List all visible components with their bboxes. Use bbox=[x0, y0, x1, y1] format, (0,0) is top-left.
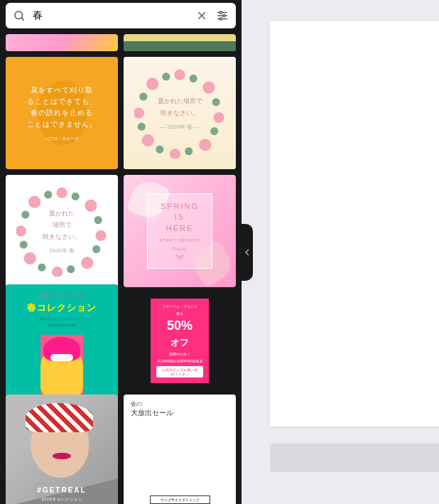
search-icon bbox=[11, 8, 27, 23]
svg-point-0 bbox=[15, 11, 23, 19]
template-site: reallygreatsite.com bbox=[47, 323, 77, 327]
template-code: FLORABELLESPRINGSALE bbox=[157, 359, 202, 363]
template-title: SPRING IS HERE bbox=[159, 201, 200, 234]
template-sidebar: 花をすべて刈り取 ることはできても、 春の訪れを止める ことはできません。 パブ… bbox=[0, 0, 242, 504]
template-label: #GETREAL bbox=[6, 486, 118, 494]
template-thumbnail[interactable]: 新着オンラインストア 春コレクション 最新コレクションをチェック reallyg… bbox=[6, 284, 118, 397]
svg-point-7 bbox=[223, 15, 225, 17]
canvas-toolbar-placeholder bbox=[270, 444, 439, 472]
template-percent: 50% bbox=[167, 318, 193, 333]
template-thumbnail[interactable]: 春の 大放出セール ウェブサイトでチェック bbox=[124, 395, 236, 504]
close-icon bbox=[196, 10, 207, 21]
template-cta: 公式サイトでお買い求めください bbox=[156, 366, 203, 377]
clear-search-button[interactable] bbox=[195, 9, 209, 23]
template-thumbnail[interactable] bbox=[124, 34, 236, 51]
template-desc: 最新コレクションをチェック bbox=[39, 316, 85, 321]
template-thumbnail[interactable]: 花をすべて刈り取 ることはできても、 春の訪れを止める ことはできません。 パブ… bbox=[6, 57, 118, 169]
template-year: 2019年コレクション bbox=[6, 497, 118, 501]
template-h1: 春の bbox=[131, 400, 229, 408]
template-subtext: — 2020年 春 — bbox=[160, 123, 200, 131]
template-thumbnail[interactable]: 置かれた 場所で 咲きなさい。 2020年 春 bbox=[6, 175, 118, 287]
search-bar bbox=[6, 3, 236, 28]
chevron-down-icon bbox=[175, 254, 184, 259]
template-headline: 春コレクション bbox=[27, 301, 97, 314]
svg-point-9 bbox=[220, 18, 222, 20]
template-text: 置かれた 場所で 咲きなさい。 bbox=[43, 208, 81, 242]
template-eyebrow: 新着オンラインストア bbox=[40, 293, 83, 299]
template-subtext: 2020年 春 bbox=[49, 247, 75, 254]
template-thumbnail[interactable]: 置かれた場所で 咲きなさい。 — 2020年 春 — bbox=[124, 57, 236, 169]
template-results-grid[interactable]: 花をすべて刈り取 ることはできても、 春の訪れを止める ことはできません。 パブ… bbox=[0, 34, 242, 504]
search-input[interactable] bbox=[33, 10, 189, 21]
collapse-sidebar-button[interactable] bbox=[242, 224, 253, 281]
template-text: 置かれた場所で 咲きなさい。 bbox=[158, 95, 202, 118]
canvas-page[interactable] bbox=[270, 21, 439, 427]
template-subtext: START SEASON bbox=[159, 238, 200, 242]
template-h2: 大放出セール bbox=[131, 408, 229, 418]
template-off: オフ bbox=[170, 336, 189, 349]
template-pre: 最大 bbox=[176, 311, 183, 316]
template-sale: SALE bbox=[159, 247, 200, 251]
template-thumbnail[interactable] bbox=[6, 34, 118, 51]
template-thumbnail[interactable]: SPRING IS HERE START SEASON SALE bbox=[124, 175, 236, 287]
template-cta: ウェブサイトでチェック bbox=[150, 495, 210, 504]
template-author: パブロ・ネルーダ bbox=[45, 136, 79, 142]
svg-line-1 bbox=[21, 18, 23, 20]
template-thumbnail[interactable]: フローラル・プリント 最大 50% オフ 期間中のみ！ FLORABELLESP… bbox=[124, 284, 236, 397]
filter-button[interactable] bbox=[215, 8, 230, 23]
template-thumbnail[interactable]: #GETREAL 2019年コレクション bbox=[6, 395, 118, 504]
template-eyebrow: フローラル・プリント bbox=[162, 304, 197, 309]
canvas-area[interactable] bbox=[242, 0, 439, 504]
template-text: 花をすべて刈り取 ることはできても、 春の訪れを止める ことはできません。 bbox=[27, 85, 97, 130]
template-note: 期間中のみ！ bbox=[169, 352, 190, 356]
chevron-left-icon bbox=[244, 249, 250, 256]
sliders-icon bbox=[216, 9, 229, 22]
svg-point-5 bbox=[220, 11, 222, 14]
